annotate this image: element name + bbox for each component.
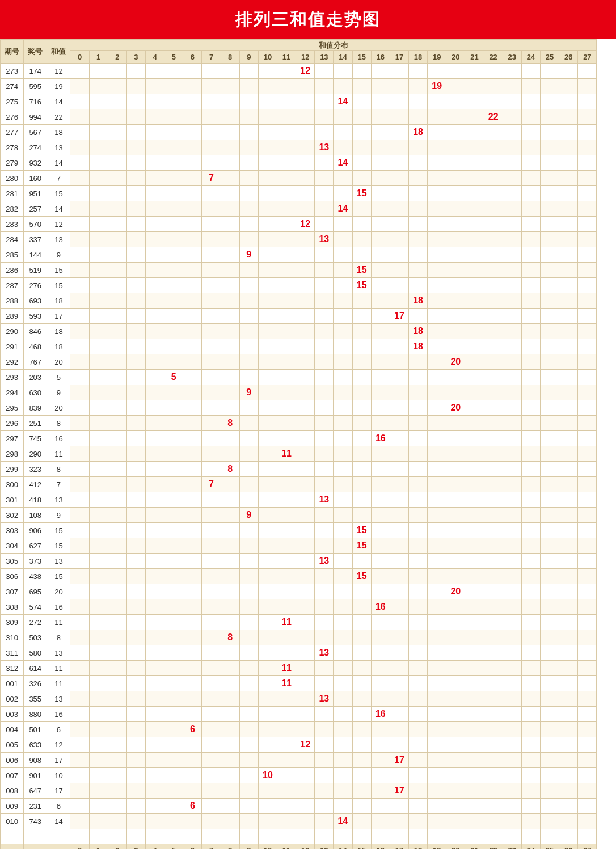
cell-sum: 18	[47, 293, 70, 309]
blank-cell	[484, 829, 503, 844]
dist-cell	[258, 538, 277, 554]
dist-cell	[503, 324, 521, 339]
dist-cell	[409, 722, 428, 737]
dist-cell	[258, 186, 277, 201]
dist-cell	[126, 64, 145, 79]
dist-cell	[559, 462, 578, 477]
dist-cell	[446, 263, 465, 278]
dist-cell	[70, 263, 89, 278]
dist-cell	[89, 155, 108, 171]
dist-cell	[334, 263, 352, 278]
dist-cell	[352, 94, 371, 109]
dist-cell	[540, 431, 559, 446]
blank-cell	[465, 829, 484, 844]
col-num-footer-17: 17	[390, 844, 408, 850]
dist-cell	[108, 691, 126, 707]
dist-cell	[465, 385, 484, 400]
dist-cell: 6	[183, 722, 202, 737]
dist-cell	[202, 799, 221, 814]
dist-cell	[89, 737, 108, 753]
dist-cell	[258, 599, 277, 615]
dist-cell	[390, 171, 408, 186]
dist-cell	[221, 446, 239, 462]
dist-cell	[371, 737, 390, 753]
dist-cell	[446, 232, 465, 247]
dist-cell	[521, 79, 540, 94]
dist-cell	[126, 477, 145, 492]
dist-cell	[315, 171, 334, 186]
dist-cell	[315, 462, 334, 477]
table-row: 2769942222	[1, 109, 616, 125]
dist-cell	[221, 737, 239, 753]
dist-cell	[371, 799, 390, 814]
dist-cell	[89, 201, 108, 217]
dist-cell	[446, 691, 465, 707]
table-row: 2865191515	[1, 263, 616, 278]
dist-cell	[221, 707, 239, 722]
dist-cell	[390, 814, 408, 829]
dist-cell	[164, 109, 183, 125]
dist-cell	[89, 431, 108, 446]
dist-cell	[315, 247, 334, 263]
dist-cell	[239, 569, 258, 584]
cell-sum: 11	[47, 661, 70, 676]
dist-cell	[578, 247, 597, 263]
dist-cell	[428, 370, 446, 385]
dist-cell	[390, 370, 408, 385]
dist-cell	[334, 140, 352, 155]
dist-cell	[371, 278, 390, 293]
dist-cell	[221, 94, 239, 109]
col-num-18: 18	[409, 51, 428, 64]
dist-cell	[503, 278, 521, 293]
cell-sum: 13	[47, 232, 70, 247]
col-num-26: 26	[559, 51, 578, 64]
dist-cell	[352, 691, 371, 707]
dist-cell	[484, 508, 503, 523]
dist-cell	[146, 171, 164, 186]
dist-cell	[221, 799, 239, 814]
dist-cell	[409, 431, 428, 446]
dist-cell	[578, 217, 597, 232]
dist-cell	[164, 324, 183, 339]
dist-cell	[559, 584, 578, 599]
dist-cell	[221, 538, 239, 554]
dist-cell	[559, 155, 578, 171]
dist-cell	[183, 247, 202, 263]
dist-cell	[578, 554, 597, 569]
dist-cell	[315, 799, 334, 814]
dist-cell	[221, 645, 239, 661]
cell-award: 647	[24, 783, 47, 799]
col-num-footer-1: 1	[89, 844, 108, 850]
dist-cell	[202, 814, 221, 829]
dist-cell	[296, 186, 315, 201]
col-award: 奖号	[24, 40, 47, 64]
dist-cell	[183, 339, 202, 354]
table-row: 0079011010	[1, 768, 616, 783]
dist-cell	[221, 339, 239, 354]
dist-cell	[409, 707, 428, 722]
dist-cell	[428, 768, 446, 783]
cell-period: 301	[1, 492, 24, 508]
dist-cell	[352, 722, 371, 737]
dist-cell	[334, 247, 352, 263]
dist-cell	[221, 354, 239, 370]
dist-cell	[126, 247, 145, 263]
dist-cell	[183, 125, 202, 140]
dist-cell	[390, 125, 408, 140]
dist-cell	[371, 64, 390, 79]
cell-award: 633	[24, 737, 47, 753]
dist-cell	[70, 339, 89, 354]
dist-cell	[559, 217, 578, 232]
dist-cell	[371, 538, 390, 554]
col-num-footer-8: 8	[221, 844, 239, 850]
dist-cell	[371, 309, 390, 324]
dist-cell	[108, 707, 126, 722]
cell-award: 767	[24, 354, 47, 370]
dist-cell	[239, 722, 258, 737]
dist-cell	[89, 217, 108, 232]
cell-sum: 9	[47, 247, 70, 263]
dist-cell	[465, 538, 484, 554]
dist-cell	[221, 661, 239, 676]
dist-cell	[146, 523, 164, 538]
cell-period: 006	[1, 753, 24, 768]
